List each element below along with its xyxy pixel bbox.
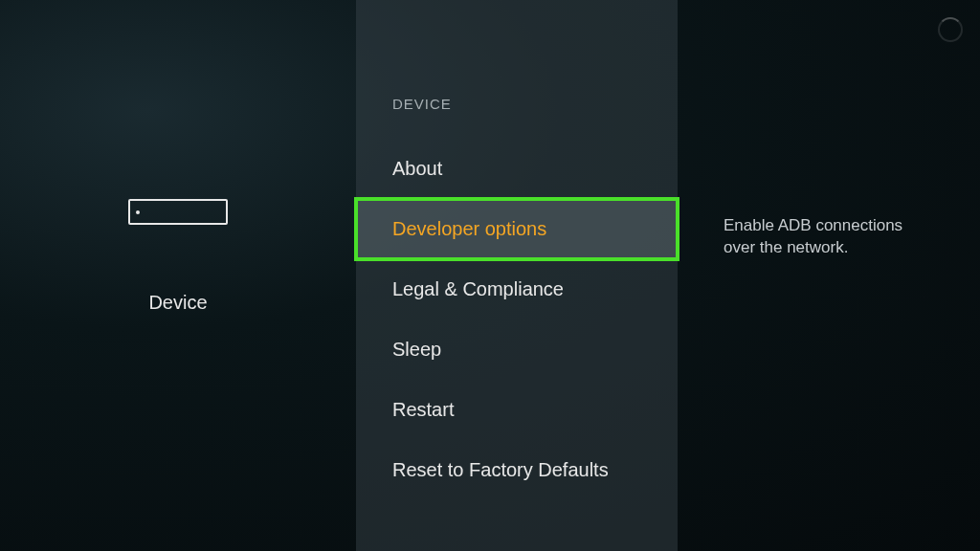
device-menu-panel: DEVICE About Developer options Legal & C… [356, 0, 678, 551]
menu-section-header: DEVICE [356, 96, 678, 112]
left-panel: Device [0, 0, 356, 551]
menu-item-sleep[interactable]: Sleep [356, 320, 678, 380]
menu-item-legal-compliance[interactable]: Legal & Compliance [356, 259, 678, 320]
menu-item-about[interactable]: About [356, 139, 678, 199]
menu-item-developer-options[interactable]: Developer options [356, 199, 678, 259]
menu-item-description: Enable ADB connections over the network. [724, 215, 932, 259]
firetv-device-icon [128, 199, 228, 225]
loading-spinner-icon [938, 17, 963, 42]
left-panel-title: Device [148, 292, 207, 314]
menu-item-restart[interactable]: Restart [356, 380, 678, 440]
detail-panel: Enable ADB connections over the network. [678, 0, 980, 551]
menu-item-reset-factory[interactable]: Reset to Factory Defaults [356, 440, 678, 500]
firetv-device-icon-dot [136, 210, 140, 214]
